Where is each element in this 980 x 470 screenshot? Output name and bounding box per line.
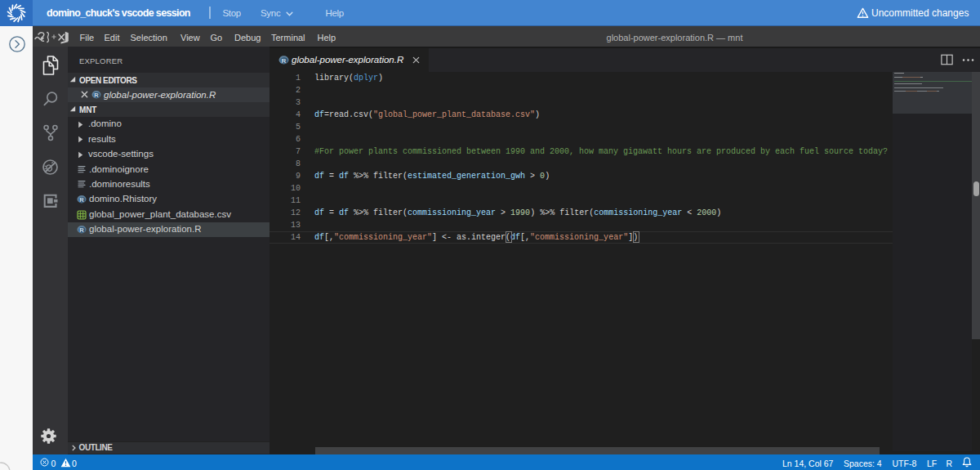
svg-text:R: R — [79, 226, 84, 234]
svg-text:R: R — [79, 196, 84, 204]
svg-text:R: R — [282, 57, 287, 65]
svg-text:R: R — [94, 92, 99, 99]
